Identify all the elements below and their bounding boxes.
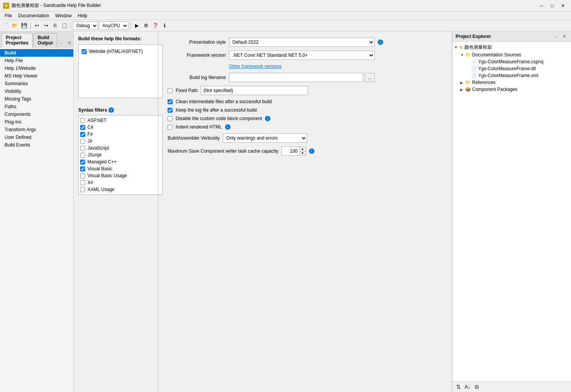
tab-build-output[interactable]: Build Output	[33, 33, 57, 47]
jscript-checkbox[interactable]	[80, 153, 85, 158]
vbasic-checkbox[interactable]	[80, 166, 85, 171]
framework-select[interactable]: .NET Core/.NET Standard/.NET 5.0+	[229, 51, 375, 60]
cpu-select[interactable]: AnyCPU	[99, 21, 128, 30]
app-icon: ⚙	[3, 3, 9, 9]
clean-label: Clean intermediate files after a success…	[176, 99, 272, 104]
tree-project-root[interactable]: ▼ ⚙ 颜色测量框架	[454, 43, 569, 51]
presentation-select[interactable]: Default 2022	[229, 38, 375, 47]
close-button[interactable]: ✕	[558, 2, 568, 10]
buildlog-input[interactable]	[229, 73, 363, 82]
clean-checkbox[interactable]	[168, 99, 173, 104]
maximize-button[interactable]: □	[547, 2, 557, 10]
file1-label: Ygs-ColorMeasureFrame.csproj	[478, 59, 543, 64]
explorer-sort-button[interactable]: ⇅	[454, 383, 462, 391]
save-button[interactable]: 💾	[20, 21, 28, 30]
file3-icon: 📄	[471, 73, 477, 78]
menu-file[interactable]: File	[2, 12, 15, 19]
help-icon-button[interactable]: ❓	[151, 21, 160, 30]
xsharp-checkbox[interactable]	[80, 180, 85, 185]
debug-select[interactable]: Debug	[73, 21, 98, 30]
explorer-pin-button[interactable]: ⬩	[553, 33, 559, 40]
sidebar-item-paths[interactable]: Paths	[0, 103, 73, 110]
settings-button[interactable]: ⚙	[142, 21, 150, 30]
syntax-item-fsharp: F#	[80, 131, 161, 138]
file3-label: Ygs-ColorMeasureFrame.xml	[478, 73, 538, 78]
undo-button[interactable]: ↩	[33, 21, 41, 30]
tree-file-dll[interactable]: 📄 Ygs-ColorMeasureFrame.dll	[454, 65, 569, 72]
csharp-checkbox[interactable]	[80, 125, 85, 130]
syntax-item-jscript: JScript	[80, 152, 161, 158]
paste-button[interactable]: 📋	[60, 21, 69, 30]
fixedpath-checkbox[interactable]	[168, 88, 173, 93]
pin-panel-button[interactable]: ⬩	[58, 40, 65, 46]
managedcpp-checkbox[interactable]	[80, 160, 85, 165]
syntax-section: Syntax filters i ASP.NET C#	[78, 107, 153, 195]
redo-button[interactable]: ↪	[42, 21, 50, 30]
sidebar-item-summaries[interactable]: Summaries	[0, 80, 73, 87]
explorer-alpha-button[interactable]: A↓	[463, 383, 472, 391]
new-button[interactable]: 📄	[2, 21, 10, 30]
tree-file-xml[interactable]: 📄 Ygs-ColorMeasureFrame.xml	[454, 72, 569, 79]
tree-references[interactable]: ▶ 📁 References	[454, 79, 569, 86]
xamlusage-checkbox[interactable]	[80, 187, 85, 192]
tree-view: ▼ ⚙ 颜色测量框架 ▼ 📁 Documentation Sources 📄 Y…	[453, 42, 571, 381]
javascript-label: JavaScript	[87, 145, 109, 151]
indenthtml-checkbox[interactable]	[168, 125, 173, 130]
explorer-close-button[interactable]: ✕	[561, 33, 568, 40]
browse-button[interactable]: ...	[365, 73, 375, 82]
build-button[interactable]: ▶	[133, 21, 141, 30]
sidebar-item-help1website[interactable]: Help 1/Website	[0, 64, 73, 72]
vbasicusage-checkbox[interactable]	[80, 173, 85, 178]
info-button[interactable]: ℹ	[160, 21, 169, 30]
presentation-row: Presentation style Default 2022 i	[165, 38, 446, 47]
file2-icon: 📄	[471, 66, 477, 71]
title-bar-text: 颜色测量框架 - Sandcastle Help File Builder	[12, 2, 536, 9]
minimize-button[interactable]: ─	[536, 2, 546, 10]
verbosity-select[interactable]: Only warnings and errors All messages No…	[223, 133, 307, 143]
jsharp-checkbox[interactable]	[80, 139, 85, 144]
menu-window[interactable]: Window	[52, 12, 75, 19]
spinner-down[interactable]: ▼	[299, 151, 306, 155]
sidebar-item-plugins[interactable]: Plug-Ins	[0, 118, 73, 126]
sidebar-item-helpfile[interactable]: Help File	[0, 57, 73, 64]
keeplog-checkbox[interactable]	[168, 108, 173, 113]
doc-folder-icon: 📁	[465, 52, 471, 58]
sidebar-item-components[interactable]: Components	[0, 110, 73, 118]
fixedpath-label: Fixed Path	[176, 88, 197, 93]
cache-input[interactable]: 100	[282, 147, 299, 155]
separator-1	[30, 22, 31, 29]
close-panel-button[interactable]: ✕	[66, 40, 73, 46]
menu-documentation[interactable]: Documentation	[15, 12, 52, 19]
explorer-collapse-button[interactable]: ⊟	[472, 383, 481, 391]
other-framework-link[interactable]: Other framework versions	[229, 64, 446, 69]
option-keeplog: Keep the log file after a successful bui…	[168, 107, 446, 113]
fsharp-checkbox[interactable]	[80, 132, 85, 137]
tree-file-csproj[interactable]: 📄 Ygs-ColorMeasureFrame.csproj	[454, 58, 569, 65]
sidebar-item-userdefined[interactable]: User Defined	[0, 133, 73, 141]
syntax-item-xamlusage: XAML Usage	[80, 186, 161, 193]
tree-component-packages[interactable]: ▶ 📦 Component Packages	[454, 86, 569, 93]
sidebar-item-missingtags[interactable]: Missing Tags	[0, 95, 73, 103]
tree-doc-sources[interactable]: ▼ 📁 Documentation Sources	[454, 51, 569, 58]
jscript-label: JScript	[87, 152, 102, 158]
disablecodeblock-checkbox[interactable]	[168, 116, 173, 121]
option-disablecodeblock: Disable the custom code block component …	[168, 116, 446, 121]
website-checkbox[interactable]	[82, 49, 87, 54]
sidebar-item-buildevents[interactable]: Build Events	[0, 141, 73, 149]
sidebar-item-visibility[interactable]: Visibility	[0, 87, 73, 95]
open-button[interactable]: 📂	[11, 21, 19, 30]
csharp-label: C#	[87, 125, 93, 130]
sidebar-nav: Build Help File Help 1/Website MS Help V…	[0, 48, 73, 392]
sidebar-item-build[interactable]: Build	[0, 49, 73, 57]
spinner-up[interactable]: ▲	[299, 147, 306, 151]
aspnet-checkbox[interactable]	[80, 118, 85, 123]
website-option: Website (HTML/ASP.NET)	[82, 48, 159, 55]
tab-project-properties[interactable]: Project Properties	[2, 33, 33, 48]
sidebar-item-mshelpviewer[interactable]: MS Help Viewer	[0, 72, 73, 80]
copy-button[interactable]: ⎘	[51, 21, 59, 30]
sidebar-item-transformargs[interactable]: Transform Args	[0, 126, 73, 133]
javascript-checkbox[interactable]	[80, 146, 85, 151]
xsharp-label: X#	[87, 180, 93, 185]
menu-help[interactable]: Help	[75, 12, 91, 19]
verbosity-label: BuildAssembler Verbosity	[168, 135, 220, 141]
